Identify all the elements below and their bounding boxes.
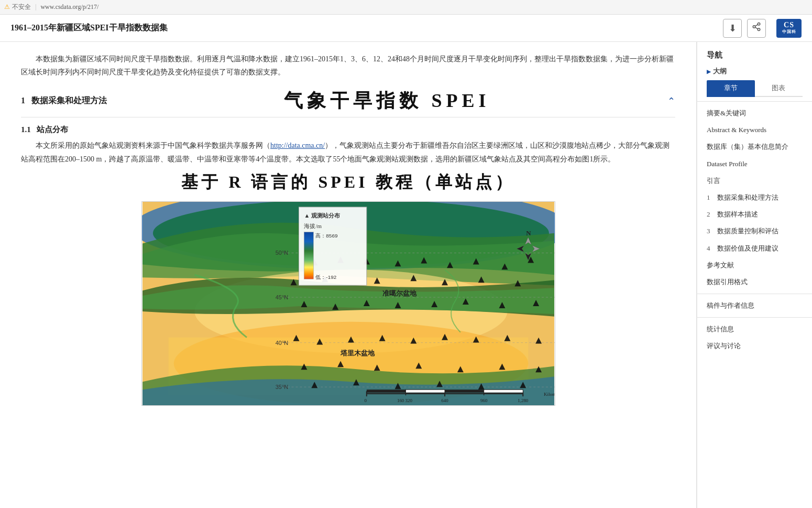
svg-text:45°N: 45°N xyxy=(275,294,288,300)
share-icon xyxy=(752,22,761,34)
sidebar-nav-label: 导航 xyxy=(707,50,722,60)
cma-link[interactable]: http://data.cma.cn/ xyxy=(270,142,325,149)
sidebar-item-comments[interactable]: 评议与讨论 xyxy=(697,338,812,354)
security-label: 不安全 xyxy=(12,3,31,12)
section1-1-num: 1.1 xyxy=(21,125,31,134)
sidebar-item-section1[interactable]: 1 数据采集和处理方法 xyxy=(697,189,812,206)
svg-text:1,280: 1,280 xyxy=(518,398,529,403)
svg-text:N: N xyxy=(526,229,531,236)
svg-point-1 xyxy=(753,26,755,28)
sidebar-divider-1 xyxy=(697,101,812,102)
svg-text:160 320: 160 320 xyxy=(397,398,412,403)
sidebar-item-dataset-profile-cn[interactable]: 数据库（集）基本信息简介 xyxy=(697,138,812,155)
sidebar-item-dataset-profile-en[interactable]: Dataset Profile xyxy=(697,156,812,172)
sidebar-item-author-info[interactable]: 稿件与作者信息 xyxy=(697,297,812,314)
svg-text:960: 960 xyxy=(480,398,487,403)
sidebar-item-comments-label: 评议与讨论 xyxy=(707,341,741,351)
svg-rect-86 xyxy=(366,390,405,393)
title-bar: 1961–2015年新疆区域SPEI干旱指数数据集 ⬇ CS 中国科 xyxy=(0,15,812,42)
svg-point-2 xyxy=(758,28,760,31)
body-text-1-part1: 本文所采用的原始气象站观测资料来源于中国气象科学数据共享服务网（ xyxy=(36,142,270,149)
overlay-title: 基于 R 语言的 SPEI 教程（单站点） xyxy=(21,171,675,194)
sidebar-item-dataset-profile-en-label: Dataset Profile xyxy=(707,159,748,169)
sidebar-item-citation[interactable]: 数据引用格式 xyxy=(697,274,812,290)
svg-line-4 xyxy=(755,25,758,26)
sidebar-item-section4[interactable]: 4 数据价值及使用建议 xyxy=(697,240,812,257)
abstract-paragraph: 本数据集为新疆区域不同时间尺度干旱指数数据。利用逐月气温和降水数据，建立1961… xyxy=(21,52,675,79)
sidebar-item-abstract-en[interactable]: Abstract & Keywords xyxy=(697,122,812,138)
svg-rect-88 xyxy=(445,390,484,393)
sidebar-item-abstract-cn[interactable]: 摘要&关键词 xyxy=(697,105,812,122)
sidebar-item-author-info-label: 稿件与作者信息 xyxy=(707,301,754,310)
body-text-1: 本文所采用的原始气象站观测资料来源于中国气象科学数据共享服务网（http://d… xyxy=(21,139,675,165)
svg-line-3 xyxy=(755,27,758,29)
svg-text:高：8569: 高：8569 xyxy=(315,232,338,238)
sidebar-item-stats[interactable]: 统计信息 xyxy=(697,321,812,338)
section1-heading: 1 数据采集和处理方法 气象干旱指数 SPEI ⌃ xyxy=(21,88,675,117)
share-button[interactable] xyxy=(747,19,766,38)
section1-title: 1 数据采集和处理方法 xyxy=(21,95,107,106)
section1-1-title: 站点分布 xyxy=(37,125,68,134)
sidebar-item-section3[interactable]: 3 数据质量控制和评估 xyxy=(697,223,812,240)
sidebar-item-references[interactable]: 参考文献 xyxy=(697,257,812,274)
logo-area: CS 中国科 xyxy=(776,19,802,38)
url-bar: www.csdata.org/p/217/ xyxy=(40,3,98,11)
outline-section[interactable]: ▶ 大纲 xyxy=(697,64,812,78)
svg-text:35°N: 35°N xyxy=(275,384,288,390)
map-figure: 50°N 45°N 40°N 35°N 准噶尔盆地 塔里木盆地 xyxy=(141,201,555,406)
sidebar-item-references-label: 参考文献 xyxy=(707,261,734,270)
download-button[interactable]: ⬇ xyxy=(723,19,742,38)
map-svg: 50°N 45°N 40°N 35°N 准噶尔盆地 塔里木盆地 xyxy=(142,202,555,405)
sidebar-item-intro-label: 引言 xyxy=(707,176,720,186)
main-layout: 本数据集为新疆区域不同时间尺度干旱指数数据。利用逐月气温和降水数据，建立1961… xyxy=(0,42,812,508)
sidebar-item-abstract-cn-label: 摘要&关键词 xyxy=(707,109,746,118)
sidebar-item-dataset-profile-cn-label: 数据库（集）基本信息简介 xyxy=(707,142,788,152)
sidebar-item-section3-num: 3 xyxy=(707,226,715,236)
sidebar-item-section4-num: 4 xyxy=(707,244,715,253)
svg-rect-89 xyxy=(484,390,523,393)
sidebar-item-intro[interactable]: 引言 xyxy=(697,172,812,189)
svg-text:Kilometers: Kilometers xyxy=(544,392,555,397)
sidebar-item-section2[interactable]: 2 数据样本描述 xyxy=(697,206,812,223)
svg-text:海拔/m: 海拔/m xyxy=(304,222,322,229)
sidebar-header: 导航 xyxy=(697,48,812,64)
svg-rect-87 xyxy=(405,390,445,393)
sidebar-item-abstract-en-label: Abstract & Keywords xyxy=(707,125,766,135)
download-icon: ⬇ xyxy=(729,23,737,34)
sidebar-divider-3 xyxy=(697,317,812,318)
svg-text:塔里木盆地: 塔里木盆地 xyxy=(340,349,375,357)
svg-text:准噶尔盆地: 准噶尔盆地 xyxy=(382,289,416,297)
sidebar-item-section2-num: 2 xyxy=(707,210,715,219)
toolbar-right: ⬇ CS 中国科 xyxy=(723,19,802,38)
outline-arrow-icon: ▶ xyxy=(707,69,711,74)
logo-subtitle: 中国科 xyxy=(782,29,796,35)
site-logo: CS 中国科 xyxy=(776,19,802,38)
sidebar-item-section1-label: 数据采集和处理方法 xyxy=(717,193,778,202)
tab-chapter[interactable]: 章节 xyxy=(707,80,755,97)
sidebar: 导航 ▶ 大纲 章节 图表 摘要&关键词 Abstract & Keywords… xyxy=(697,42,812,508)
logo-cs-text: CS xyxy=(784,21,794,29)
sidebar-item-section2-label: 数据样本描述 xyxy=(717,210,758,219)
content-area: 本数据集为新疆区域不同时间尺度干旱指数数据。利用逐月气温和降水数据，建立1961… xyxy=(0,42,697,508)
warning-icon: ⚠ xyxy=(4,3,10,11)
svg-text:▲ 观测站分布: ▲ 观测站分布 xyxy=(304,212,341,219)
svg-point-0 xyxy=(758,23,760,26)
tab-figure[interactable]: 图表 xyxy=(755,80,803,97)
svg-text:低：-192: 低：-192 xyxy=(315,274,336,280)
svg-text:40°N: 40°N xyxy=(275,339,288,345)
sidebar-item-citation-label: 数据引用格式 xyxy=(707,277,748,287)
top-bar: ⚠ 不安全 | www.csdata.org/p/217/ xyxy=(0,0,812,15)
outline-label: 大纲 xyxy=(713,67,727,76)
section1-title-big: 气象干旱指数 SPEI xyxy=(284,88,490,114)
sidebar-item-stats-label: 统计信息 xyxy=(707,325,734,334)
svg-text:50°N: 50°N xyxy=(275,250,288,256)
collapse-icon[interactable]: ⌃ xyxy=(667,95,675,107)
sidebar-divider-2 xyxy=(697,294,812,294)
page-title: 1961–2015年新疆区域SPEI干旱指数数据集 xyxy=(10,23,168,34)
sidebar-item-section1-num: 1 xyxy=(707,193,715,202)
svg-text:0: 0 xyxy=(364,398,367,403)
section1-num: 1 xyxy=(21,96,25,105)
sidebar-item-section4-label: 数据价值及使用建议 xyxy=(717,244,778,253)
tab-row: 章节 图表 xyxy=(707,80,803,97)
svg-text:640: 640 xyxy=(441,398,448,403)
